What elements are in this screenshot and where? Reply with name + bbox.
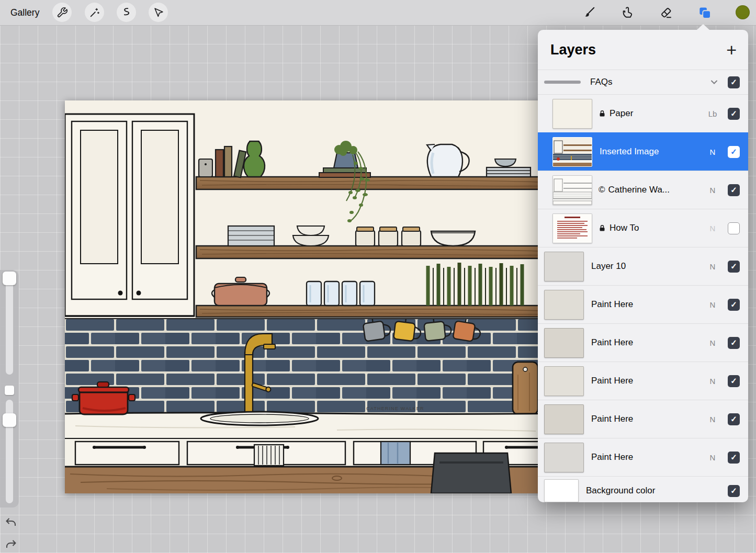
layer-name: Background color [586,486,655,496]
layer-row-paint-here[interactable]: Paint Here N [538,285,748,323]
canvas-artwork[interactable]: CATHERINE WALKER [65,100,567,493]
undo-button[interactable] [4,516,18,529]
panel-caret [696,24,710,30]
copyright-icon [599,185,605,195]
layer-name: Paper [610,108,633,119]
artwork-watermark: CATHERINE WALKER [366,406,424,411]
blend-mode-label[interactable]: N [706,300,719,309]
chevron-down-icon[interactable] [709,77,719,87]
layer-name: Catherine Wa... [608,185,670,195]
blend-mode-label[interactable]: N [706,377,719,386]
actions-button[interactable] [52,3,72,22]
brush-tool-button[interactable] [582,5,596,20]
redo-icon [4,538,18,551]
layer-thumbnail[interactable] [544,290,584,320]
layer-thumbnail[interactable] [552,137,592,167]
top-toolbar: Gallery [0,0,756,26]
layers-icon [698,6,712,20]
layers-panel: Layers + FAQs Paper Lb [538,30,748,502]
brush-icon [582,6,596,19]
layer-visibility-checkbox[interactable] [728,108,740,120]
layer-name: Paint Here [591,376,633,386]
selection-button[interactable] [117,3,136,22]
layer-name: Paint Here [591,337,633,348]
lock-icon [599,110,606,117]
layer-group-row-faqs[interactable]: FAQs [538,70,748,94]
layer-visibility-checkbox[interactable] [728,452,740,464]
layer-thumbnail[interactable] [552,99,592,129]
layer-visibility-checkbox[interactable] [728,485,740,497]
layer-visibility-checkbox[interactable] [728,146,740,158]
layer-visibility-checkbox[interactable] [728,413,740,425]
layer-name: Paint Here [591,299,633,310]
layer-row-background-color[interactable]: Background color [538,476,748,502]
blend-mode-label[interactable]: N [706,262,719,271]
blend-mode-label[interactable]: Lb [706,109,719,118]
layer-thumbnail[interactable] [552,213,592,243]
brush-opacity-slider-handle[interactable] [3,413,16,427]
layer-name: FAQs [590,77,613,87]
blend-mode-label[interactable]: N [706,415,719,424]
layer-visibility-checkbox[interactable] [728,337,740,349]
color-swatch-button[interactable] [736,5,750,19]
gallery-button[interactable]: Gallery [10,0,39,25]
layer-thumbnail[interactable] [544,404,584,434]
layers-panel-button[interactable] [697,5,712,20]
transform-button[interactable] [149,3,168,22]
wrench-icon [57,7,68,18]
arrow-cursor-icon [153,7,164,18]
blend-mode-label[interactable]: N [706,224,719,233]
layer-visibility-checkbox[interactable] [728,222,740,234]
magic-wand-icon [89,7,100,18]
layer-row-catherine[interactable]: Catherine Wa... N [538,171,748,209]
layer-name: How To [610,223,639,233]
smudge-tool-button[interactable] [620,5,635,20]
layer-name: Paint Here [591,414,633,424]
smudge-finger-icon [620,6,634,19]
layer-visibility-checkbox[interactable] [728,299,740,311]
layer-name: Inserted Image [600,146,659,157]
layer-visibility-checkbox[interactable] [728,184,740,196]
blend-mode-label[interactable]: N [706,453,719,462]
redo-button[interactable] [4,538,18,551]
layer-thumbnail[interactable] [544,252,584,281]
layer-visibility-checkbox[interactable] [728,261,740,273]
layer-row-paint-here[interactable]: Paint Here N [538,362,748,400]
adjustments-button[interactable] [85,3,104,22]
layer-thumbnail[interactable] [544,443,584,472]
modify-button[interactable] [5,386,14,395]
lock-icon [599,224,606,232]
eraser-tool-button[interactable] [659,5,673,20]
layer-visibility-checkbox[interactable] [728,76,740,88]
undo-icon [4,516,18,529]
layer-name: Paint Here [591,452,633,462]
layer-row-paint-here[interactable]: Paint Here N [538,400,748,438]
layer-row-inserted-image[interactable]: Inserted Image N [538,132,748,171]
blend-mode-label[interactable]: N [706,186,719,195]
brush-size-slider[interactable] [6,275,13,375]
group-thumbnail[interactable] [544,81,581,84]
layer-visibility-checkbox[interactable] [728,375,740,387]
layer-thumbnail[interactable] [552,175,592,205]
layer-row-how-to[interactable]: How To N [538,209,748,247]
layer-row-paper[interactable]: Paper Lb [538,94,748,132]
layer-row-paint-here[interactable]: Paint Here N [538,438,748,476]
add-layer-button[interactable]: + [726,42,737,58]
blend-mode-label[interactable]: N [706,338,719,347]
eraser-icon [659,6,673,19]
selection-s-icon [121,7,132,18]
layers-panel-title: Layers [550,42,596,58]
layer-name: Layer 10 [591,261,626,272]
layer-thumbnail[interactable] [544,366,584,396]
blend-mode-label[interactable]: N [706,148,719,156]
layer-thumbnail[interactable] [544,328,584,358]
layer-row-paint-here[interactable]: Paint Here N [538,323,748,362]
layer-thumbnail[interactable] [544,479,579,502]
brush-size-slider-handle[interactable] [3,272,16,285]
layer-row-layer-10[interactable]: Layer 10 N [538,247,748,285]
